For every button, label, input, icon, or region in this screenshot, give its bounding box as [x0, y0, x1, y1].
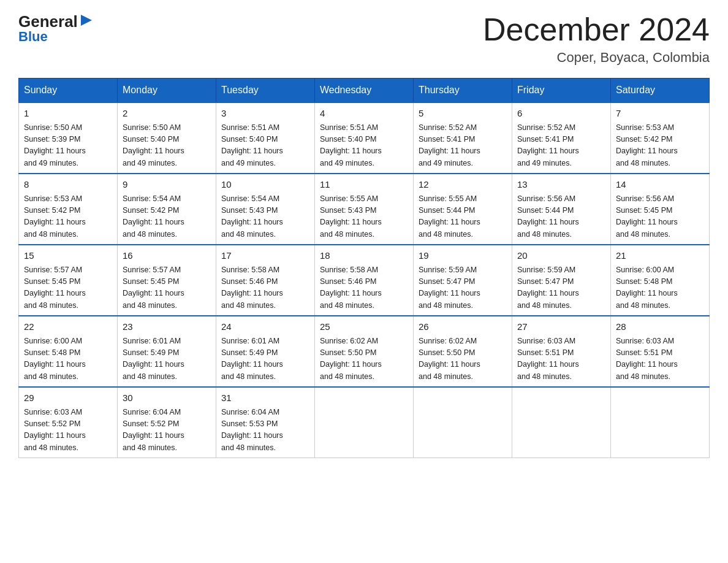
table-row: 9 Sunrise: 5:54 AMSunset: 5:42 PMDayligh…: [118, 174, 216, 245]
day-number: 12: [419, 178, 507, 192]
table-row: 19 Sunrise: 5:59 AMSunset: 5:47 PMDaylig…: [414, 245, 512, 316]
day-number: 28: [616, 320, 704, 334]
day-info: Sunrise: 6:00 AMSunset: 5:48 PMDaylight:…: [24, 337, 86, 381]
calendar-table: Sunday Monday Tuesday Wednesday Thursday…: [18, 78, 710, 458]
day-number: 26: [419, 320, 507, 334]
calendar-week-row: 15 Sunrise: 5:57 AMSunset: 5:45 PMDaylig…: [19, 245, 710, 316]
table-row: 14 Sunrise: 5:56 AMSunset: 5:45 PMDaylig…: [611, 174, 710, 245]
table-row: 24 Sunrise: 6:01 AMSunset: 5:49 PMDaylig…: [216, 316, 315, 387]
day-info: Sunrise: 5:57 AMSunset: 5:45 PMDaylight:…: [123, 266, 184, 310]
day-number: 25: [320, 320, 408, 334]
table-row: [611, 387, 710, 458]
table-row: 16 Sunrise: 5:57 AMSunset: 5:45 PMDaylig…: [118, 245, 216, 316]
table-row: 13 Sunrise: 5:56 AMSunset: 5:44 PMDaylig…: [512, 174, 611, 245]
day-number: 22: [24, 320, 112, 334]
day-number: 20: [517, 249, 605, 263]
table-row: 29 Sunrise: 6:03 AMSunset: 5:52 PMDaylig…: [19, 387, 118, 458]
table-row: [315, 387, 414, 458]
day-number: 15: [24, 249, 112, 263]
day-info: Sunrise: 5:59 AMSunset: 5:47 PMDaylight:…: [419, 266, 480, 310]
day-number: 31: [221, 391, 309, 405]
table-row: 7 Sunrise: 5:53 AMSunset: 5:42 PMDayligh…: [611, 102, 710, 174]
day-info: Sunrise: 5:58 AMSunset: 5:46 PMDaylight:…: [221, 266, 283, 310]
day-info: Sunrise: 5:57 AMSunset: 5:45 PMDaylight:…: [24, 266, 86, 310]
month-year-title: December 2024: [483, 12, 710, 47]
weekday-header-row: Sunday Monday Tuesday Wednesday Thursday…: [19, 79, 710, 103]
day-number: 6: [517, 107, 605, 121]
day-info: Sunrise: 6:01 AMSunset: 5:49 PMDaylight:…: [123, 337, 184, 381]
day-number: 27: [517, 320, 605, 334]
day-number: 19: [419, 249, 507, 263]
day-number: 3: [221, 107, 309, 121]
day-number: 10: [221, 178, 309, 192]
table-row: 22 Sunrise: 6:00 AMSunset: 5:48 PMDaylig…: [19, 316, 118, 387]
day-info: Sunrise: 6:02 AMSunset: 5:50 PMDaylight:…: [320, 337, 382, 381]
day-number: 8: [24, 178, 112, 192]
day-info: Sunrise: 6:03 AMSunset: 5:52 PMDaylight:…: [24, 408, 86, 452]
table-row: 23 Sunrise: 6:01 AMSunset: 5:49 PMDaylig…: [118, 316, 216, 387]
logo-blue-text: Blue: [18, 29, 48, 45]
table-row: [414, 387, 512, 458]
day-number: 23: [123, 320, 211, 334]
table-row: 26 Sunrise: 6:02 AMSunset: 5:50 PMDaylig…: [414, 316, 512, 387]
day-number: 18: [320, 249, 408, 263]
day-info: Sunrise: 6:04 AMSunset: 5:53 PMDaylight:…: [221, 408, 283, 452]
table-row: 31 Sunrise: 6:04 AMSunset: 5:53 PMDaylig…: [216, 387, 315, 458]
table-row: 28 Sunrise: 6:03 AMSunset: 5:51 PMDaylig…: [611, 316, 710, 387]
day-info: Sunrise: 5:50 AMSunset: 5:39 PMDaylight:…: [24, 123, 86, 167]
day-info: Sunrise: 5:50 AMSunset: 5:40 PMDaylight:…: [123, 123, 184, 167]
header-wednesday: Wednesday: [315, 79, 414, 103]
day-info: Sunrise: 5:56 AMSunset: 5:44 PMDaylight:…: [517, 194, 579, 239]
day-info: Sunrise: 5:52 AMSunset: 5:41 PMDaylight:…: [419, 123, 480, 167]
table-row: 8 Sunrise: 5:53 AMSunset: 5:42 PMDayligh…: [19, 174, 118, 245]
calendar-week-row: 22 Sunrise: 6:00 AMSunset: 5:48 PMDaylig…: [19, 316, 710, 387]
table-row: 25 Sunrise: 6:02 AMSunset: 5:50 PMDaylig…: [315, 316, 414, 387]
day-info: Sunrise: 6:04 AMSunset: 5:52 PMDaylight:…: [123, 408, 184, 452]
day-info: Sunrise: 5:53 AMSunset: 5:42 PMDaylight:…: [616, 123, 678, 167]
day-number: 2: [123, 107, 211, 121]
day-number: 24: [221, 320, 309, 334]
day-number: 11: [320, 178, 408, 192]
calendar-week-row: 8 Sunrise: 5:53 AMSunset: 5:42 PMDayligh…: [19, 174, 710, 245]
table-row: 6 Sunrise: 5:52 AMSunset: 5:41 PMDayligh…: [512, 102, 611, 174]
table-row: 27 Sunrise: 6:03 AMSunset: 5:51 PMDaylig…: [512, 316, 611, 387]
table-row: 12 Sunrise: 5:55 AMSunset: 5:44 PMDaylig…: [414, 174, 512, 245]
table-row: 17 Sunrise: 5:58 AMSunset: 5:46 PMDaylig…: [216, 245, 315, 316]
calendar-week-row: 29 Sunrise: 6:03 AMSunset: 5:52 PMDaylig…: [19, 387, 710, 458]
day-info: Sunrise: 5:53 AMSunset: 5:42 PMDaylight:…: [24, 194, 86, 239]
header-sunday: Sunday: [19, 79, 118, 103]
table-row: 1 Sunrise: 5:50 AMSunset: 5:39 PMDayligh…: [19, 102, 118, 174]
logo-triangle-icon: [80, 13, 93, 27]
table-row: 15 Sunrise: 5:57 AMSunset: 5:45 PMDaylig…: [19, 245, 118, 316]
table-row: 21 Sunrise: 6:00 AMSunset: 5:48 PMDaylig…: [611, 245, 710, 316]
day-info: Sunrise: 5:56 AMSunset: 5:45 PMDaylight:…: [616, 194, 678, 239]
table-row: 4 Sunrise: 5:51 AMSunset: 5:40 PMDayligh…: [315, 102, 414, 174]
day-info: Sunrise: 5:58 AMSunset: 5:46 PMDaylight:…: [320, 266, 382, 310]
table-row: 3 Sunrise: 5:51 AMSunset: 5:40 PMDayligh…: [216, 102, 315, 174]
table-row: [512, 387, 611, 458]
day-number: 9: [123, 178, 211, 192]
day-info: Sunrise: 5:51 AMSunset: 5:40 PMDaylight:…: [221, 123, 283, 167]
table-row: 10 Sunrise: 5:54 AMSunset: 5:43 PMDaylig…: [216, 174, 315, 245]
day-info: Sunrise: 5:59 AMSunset: 5:47 PMDaylight:…: [517, 266, 579, 310]
day-info: Sunrise: 5:54 AMSunset: 5:42 PMDaylight:…: [123, 194, 184, 239]
day-info: Sunrise: 6:03 AMSunset: 5:51 PMDaylight:…: [616, 337, 678, 381]
day-info: Sunrise: 6:00 AMSunset: 5:48 PMDaylight:…: [616, 266, 678, 310]
day-info: Sunrise: 5:54 AMSunset: 5:43 PMDaylight:…: [221, 194, 283, 239]
header-saturday: Saturday: [611, 79, 710, 103]
calendar-week-row: 1 Sunrise: 5:50 AMSunset: 5:39 PMDayligh…: [19, 102, 710, 174]
table-row: 2 Sunrise: 5:50 AMSunset: 5:40 PMDayligh…: [118, 102, 216, 174]
day-number: 7: [616, 107, 704, 121]
day-number: 14: [616, 178, 704, 192]
header-monday: Monday: [118, 79, 216, 103]
header-tuesday: Tuesday: [216, 79, 315, 103]
table-row: 11 Sunrise: 5:55 AMSunset: 5:43 PMDaylig…: [315, 174, 414, 245]
table-row: 20 Sunrise: 5:59 AMSunset: 5:47 PMDaylig…: [512, 245, 611, 316]
table-row: 30 Sunrise: 6:04 AMSunset: 5:52 PMDaylig…: [118, 387, 216, 458]
header: General Blue December 2024 Coper, Boyaca…: [18, 12, 710, 66]
day-info: Sunrise: 5:55 AMSunset: 5:43 PMDaylight:…: [320, 194, 382, 239]
day-number: 17: [221, 249, 309, 263]
table-row: 5 Sunrise: 5:52 AMSunset: 5:41 PMDayligh…: [414, 102, 512, 174]
day-number: 1: [24, 107, 112, 121]
location-subtitle: Coper, Boyaca, Colombia: [483, 50, 710, 66]
